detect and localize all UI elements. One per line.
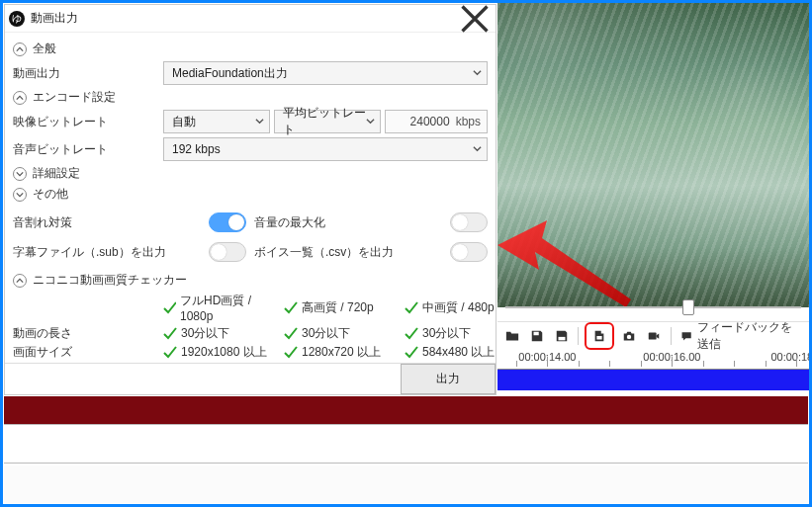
chevron-down-icon	[13, 188, 27, 202]
record-icon[interactable]	[643, 325, 664, 347]
length-row-label: 動画の長さ	[13, 325, 159, 342]
sub-output-toggle[interactable]	[209, 242, 246, 262]
ruler-label: 00:00:18.0	[770, 351, 812, 363]
video-bitrate-mode-value: 自動	[172, 114, 196, 130]
timeline-track-video[interactable]	[497, 369, 809, 390]
svg-rect-2	[649, 332, 657, 339]
chevron-down-icon	[473, 142, 482, 156]
divider	[578, 327, 579, 345]
editor-toolbar: フィードバックを送信	[497, 321, 809, 349]
close-button[interactable]	[460, 9, 490, 29]
avg-bitrate-input[interactable]: 240000 kbps	[385, 110, 488, 133]
section-details-label: 詳細設定	[33, 165, 80, 182]
quality-fullhd: フルHD画質 / 1080p	[180, 293, 280, 323]
export-button-highlight	[585, 322, 614, 350]
audio-bitrate-value: 192 kbps	[172, 142, 221, 156]
dialog-titlebar: ゆ 動画出力	[5, 5, 496, 33]
chevron-down-icon	[255, 115, 264, 128]
output-label: 動画出力	[13, 65, 159, 82]
check-icon	[284, 327, 298, 341]
video-bitrate-mode-select[interactable]: 自動	[163, 110, 270, 133]
size-2: 1280x720 以上	[302, 344, 381, 361]
size-1: 1920x1080 以上	[181, 344, 267, 361]
length-1: 30分以下	[181, 325, 229, 342]
divider	[671, 327, 672, 345]
check-icon	[284, 301, 298, 315]
section-general-label: 全般	[33, 41, 56, 57]
section-other-label: その他	[33, 186, 68, 203]
output-method-value: MediaFoundation出力	[172, 65, 288, 82]
video-preview	[497, 3, 809, 307]
length-2: 30分以下	[302, 325, 350, 342]
size-3: 584x480 以上	[422, 344, 495, 361]
timeline-area	[4, 465, 808, 503]
output-method-select[interactable]: MediaFoundation出力	[163, 61, 488, 85]
clip-prevent-label: 音割れ対策	[13, 214, 201, 231]
avg-bitrate-unit: kbps	[456, 115, 481, 128]
chevron-up-icon	[13, 42, 27, 56]
chevron-down-icon	[473, 66, 482, 80]
section-other[interactable]: その他	[13, 186, 488, 203]
output-button[interactable]: 出力	[401, 364, 496, 394]
quality-high: 高画質 / 720p	[302, 299, 374, 316]
section-general[interactable]: 全般	[13, 41, 488, 57]
export-video-icon[interactable]	[587, 325, 611, 347]
feedback-label: フィードバックを送信	[697, 319, 801, 353]
section-niconico-label: ニコニコ動画画質チェッカー	[33, 272, 187, 289]
avg-bitrate-label: 平均ビットレート	[283, 105, 374, 138]
voice-csv-label: ボイス一覧（.csv）を出力	[254, 244, 442, 261]
chevron-up-icon	[13, 91, 27, 105]
timeline-track-audio[interactable]	[4, 396, 808, 424]
save-icon[interactable]	[526, 325, 547, 347]
check-icon	[163, 346, 177, 360]
timeline-track-empty[interactable]	[4, 424, 808, 464]
check-icon	[405, 301, 418, 315]
chevron-up-icon	[13, 274, 27, 288]
section-encode-label: エンコード設定	[33, 89, 116, 106]
check-icon	[163, 301, 176, 315]
voice-csv-toggle[interactable]	[450, 242, 488, 262]
clip-prevent-toggle[interactable]	[209, 212, 246, 232]
save-as-icon[interactable]	[551, 325, 572, 347]
app-icon: ゆ	[9, 11, 25, 27]
sub-output-label: 字幕ファイル（.sub）を出力	[13, 244, 201, 261]
vol-maximize-label: 音量の最大化	[254, 214, 442, 231]
quality-mid: 中画質 / 480p	[422, 299, 495, 316]
quality-checker-grid: フルHD画質 / 1080p 高画質 / 720p 中画質 / 480p 動画の…	[13, 293, 488, 361]
comment-icon	[680, 329, 692, 343]
avg-bitrate-select[interactable]: 平均ビットレート	[274, 110, 381, 133]
open-folder-icon[interactable]	[501, 325, 522, 347]
check-icon	[284, 346, 298, 360]
audio-bitrate-label: 音声ビットレート	[13, 141, 159, 158]
chevron-down-icon	[13, 167, 27, 181]
section-encode[interactable]: エンコード設定	[13, 89, 488, 106]
output-button-label: 出力	[436, 371, 460, 387]
feedback-button[interactable]: フィードバックを送信	[677, 319, 805, 353]
vol-maximize-toggle[interactable]	[450, 212, 488, 232]
export-dialog: ゆ 動画出力 全般 動画出力 MediaFoundation出力 エンコード設定…	[4, 4, 496, 395]
section-niconico[interactable]: ニコニコ動画画質チェッカー	[13, 272, 488, 289]
audio-bitrate-select[interactable]: 192 kbps	[163, 137, 488, 161]
timeline-ruler[interactable]: 00:00:14.00 00:00:16.00 00:00:18.0	[497, 351, 809, 367]
chevron-down-icon	[366, 115, 375, 128]
check-icon	[405, 346, 418, 360]
avg-bitrate-value: 240000	[392, 115, 450, 128]
check-icon	[405, 327, 418, 341]
section-details[interactable]: 詳細設定	[13, 165, 488, 182]
size-row-label: 画面サイズ	[13, 344, 159, 361]
close-icon	[460, 4, 490, 34]
video-bitrate-label: 映像ビットレート	[13, 114, 159, 130]
dialog-title: 動画出力	[31, 10, 460, 27]
length-3: 30分以下	[422, 325, 471, 342]
svg-point-1	[627, 334, 631, 338]
check-icon	[163, 327, 177, 341]
zoom-slider[interactable]	[497, 299, 809, 315]
camera-icon[interactable]	[618, 325, 639, 347]
